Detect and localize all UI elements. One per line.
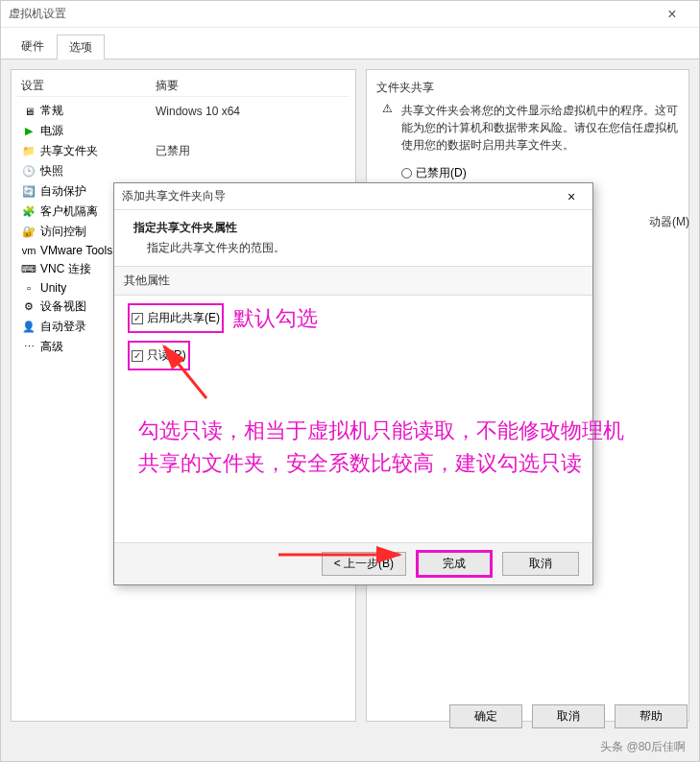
item-icon: vm [21, 244, 36, 257]
item-summary: 已禁用 [156, 143, 190, 159]
item-summary: Windows 10 x64 [156, 105, 240, 118]
warning-text: 共享文件夹会将您的文件显示给虚拟机中的程序。这可能为您的计算机和数据带来风险。请… [401, 102, 679, 154]
group-folder-sharing: 文件夹共享 [376, 80, 679, 96]
window-title: 虚拟机设置 [9, 6, 653, 22]
annotation-default-checked: 默认勾选 [233, 304, 318, 333]
item-icon: 🖥 [21, 105, 36, 118]
watermark: 头条 @80后佳啊 [600, 739, 686, 755]
item-name: 共享文件夹 [40, 143, 156, 159]
col-settings: 设置 [21, 78, 156, 94]
wizard-heading: 指定共享文件夹属性 [133, 220, 573, 236]
drivers-label: 动器(M) [649, 214, 689, 230]
item-name: 快照 [40, 163, 156, 179]
list-item[interactable]: 🕒快照 [17, 161, 350, 181]
list-item[interactable]: ▶电源 [17, 121, 350, 141]
ok-button[interactable]: 确定 [449, 704, 522, 728]
item-name: 常规 [40, 103, 156, 119]
tabs: 硬件 选项 [1, 28, 699, 60]
titlebar: 虚拟机设置 × [1, 1, 699, 28]
wizard-title: 添加共享文件夹向导 [122, 188, 558, 204]
help-button[interactable]: 帮助 [615, 704, 688, 728]
item-icon: ▫ [21, 281, 36, 295]
tab-hardware[interactable]: 硬件 [9, 34, 57, 59]
checkbox-enable-label: 启用此共享(E) [147, 310, 220, 326]
cancel-button[interactable]: 取消 [532, 704, 605, 728]
svg-line-0 [164, 346, 206, 398]
list-item[interactable]: 📁共享文件夹已禁用 [17, 141, 350, 161]
item-icon: 🧩 [21, 205, 36, 219]
arrow-icon [275, 545, 409, 564]
checkbox-icon [132, 313, 143, 324]
item-icon: 👤 [21, 321, 36, 334]
main-button-row: 确定 取消 帮助 [449, 704, 688, 728]
warning-icon: ⚠ [382, 102, 396, 154]
item-icon: ⋯ [21, 341, 36, 354]
tab-options[interactable]: 选项 [57, 35, 105, 60]
wizard-group: 其他属性 [114, 266, 592, 296]
col-summary: 摘要 [156, 78, 179, 94]
cancel-button[interactable]: 取消 [502, 552, 579, 576]
item-icon: 🕒 [21, 165, 36, 179]
radio-icon [401, 168, 412, 179]
finish-button[interactable]: 完成 [416, 550, 493, 578]
close-icon[interactable]: × [653, 6, 691, 23]
checkbox-icon [132, 350, 143, 362]
warning-row: ⚠ 共享文件夹会将您的文件显示给虚拟机中的程序。这可能为您的计算机和数据带来风险… [376, 102, 679, 154]
arrow-icon [158, 341, 216, 408]
wizard-titlebar: 添加共享文件夹向导 × [114, 183, 592, 210]
wizard-header: 指定共享文件夹属性 指定此共享文件夹的范围。 [114, 210, 592, 266]
annotation-readonly-note: 勾选只读，相当于虚拟机只能读取，不能修改物理机共享的文件夹，安全系数比较高，建议… [138, 415, 628, 480]
highlight-enable: 启用此共享(E) [128, 303, 224, 333]
item-icon: 🔐 [21, 226, 36, 239]
item-icon: 🔄 [21, 185, 36, 199]
wizard-subheading: 指定此共享文件夹的范围。 [133, 240, 573, 256]
close-icon[interactable]: × [558, 189, 585, 204]
radio-disabled-row[interactable]: 已禁用(D) [376, 163, 679, 183]
list-item[interactable]: 🖥常规Windows 10 x64 [17, 101, 350, 121]
item-icon: ⌨ [21, 263, 36, 276]
list-header: 设置 摘要 [17, 76, 350, 97]
item-icon: 📁 [21, 145, 36, 158]
item-icon: ⚙ [21, 300, 36, 314]
item-icon: ▶ [21, 125, 36, 138]
radio-disabled-label: 已禁用(D) [416, 165, 467, 181]
checkbox-enable-row[interactable]: 启用此共享(E) [132, 306, 220, 330]
item-name: 电源 [40, 123, 156, 139]
wizard-group-label: 其他属性 [124, 274, 170, 287]
